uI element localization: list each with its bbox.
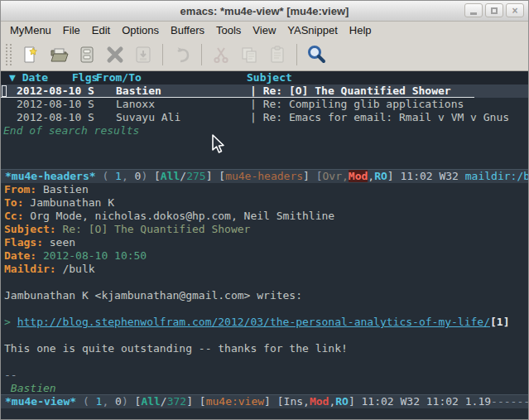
row-date: 2012-08-10 <box>17 84 81 98</box>
minimize-button[interactable] <box>464 3 483 17</box>
field-date: Date: 2012-08-10 10:50 <box>4 249 528 263</box>
row-date: 2012-08-10 <box>17 111 81 124</box>
maildir-value: /bulk <box>62 263 94 275</box>
quoted-link-line: > http://blog.stephenwolfram.com/2012/03… <box>4 316 528 329</box>
menu-buffers[interactable]: Buffers <box>165 23 210 37</box>
search-icon <box>305 44 327 65</box>
row-flags: S <box>88 98 94 111</box>
row-from: Suvayu Ali <box>116 111 180 124</box>
field-flags: Flags: seen <box>4 236 528 249</box>
row-subject: | Re: [O] The Quantified Shower <box>250 84 451 98</box>
headers-mode-line: *mu4e-headers* ( 1, 0) [All/275] [mu4e-h… <box>1 169 528 183</box>
menu-tools[interactable]: Tools <box>210 23 247 37</box>
column-subject[interactable]: Subject <box>247 71 292 84</box>
body-link[interactable]: http://blog.stephenwolfram.com/2012/03/t… <box>17 316 490 328</box>
fringe-cursor-icon <box>2 85 7 97</box>
menu-help[interactable]: Help <box>344 23 378 37</box>
message-row[interactable]: 2012-08-10 S Suvayu Ali | Re: Emacs for … <box>1 111 528 124</box>
flags-value: seen <box>50 236 75 249</box>
column-flags[interactable]: Flgs <box>72 71 98 84</box>
headers-column-header: ▼ Date Flgs From/To Subject <box>1 71 528 84</box>
row-date: 2012-08-10 <box>17 98 81 111</box>
body-comment-line: This one is quite outstanding -- thanks … <box>4 342 528 355</box>
column-from[interactable]: From/To <box>96 71 142 84</box>
quote-prefix: > <box>4 316 17 328</box>
menu-edit[interactable]: Edit <box>86 23 116 37</box>
window-title: emacs: *mu4e-view* [mu4e:view] <box>1 5 528 17</box>
date-value: 2012-08-10 10:50 <box>43 249 147 262</box>
maildir-indicator: maildir:/bulk <box>465 170 528 182</box>
copy-icon <box>239 45 259 65</box>
menu-bar: MyMenu File Edit Options Buffers Tools V… <box>1 22 528 38</box>
readonly-flag: RO <box>374 170 387 182</box>
copy-button[interactable] <box>235 41 263 68</box>
menu-view[interactable]: View <box>247 23 281 37</box>
column-date[interactable]: ▼ Date <box>9 71 48 84</box>
window-controls: × <box>464 3 524 17</box>
toolbar-separator <box>162 44 163 65</box>
maximize-icon <box>491 7 498 14</box>
end-of-results-message: End of search results <box>1 124 528 138</box>
subject-value: Re: [O] The Quantified Shower <box>62 223 250 235</box>
close-x-icon <box>105 45 125 65</box>
major-mode: mu4e-headers <box>225 170 303 182</box>
message-row[interactable]: 2012-08-10 S Lanoxx | Re: Compiling glib… <box>1 98 528 111</box>
field-cc: Cc: Org Mode, nicholas.dokos@hp.com, Nei… <box>4 210 528 223</box>
title-bar: emacs: *mu4e-view* [mu4e:view] × <box>1 1 528 22</box>
search-button[interactable] <box>302 41 330 68</box>
new-file-icon <box>21 45 41 65</box>
menu-file[interactable]: File <box>57 23 86 37</box>
field-maildir: Maildir: /bulk <box>4 263 528 276</box>
clock: 11:02 W32 11:02 1.19 <box>362 395 492 408</box>
buffer-name: *mu4e-headers* <box>5 170 96 182</box>
field-from: From: Bastien <box>4 183 528 196</box>
menu-yasnippet[interactable]: YASnippet <box>281 23 343 37</box>
close-icon: × <box>512 6 517 16</box>
row-flags: S <box>88 84 94 98</box>
view-mode-line: *mu4e-view* ( 1, 0) [All/372] [mu4e:view… <box>1 394 528 408</box>
readonly-flag: RO <box>335 395 349 408</box>
close-button[interactable]: × <box>506 3 524 17</box>
from-value: Bastien <box>43 183 89 196</box>
minimize-icon <box>470 12 477 15</box>
minibuffer[interactable] <box>1 408 528 420</box>
maximize-button[interactable] <box>485 3 503 17</box>
save-as-button[interactable] <box>129 41 157 68</box>
signature-separator: -- <box>4 369 528 382</box>
emacs-window: emacs: *mu4e-view* [mu4e:view] × MyMenu … <box>0 0 529 420</box>
field-to: To: Jambunathan K <box>4 196 528 210</box>
row-from: Bastien <box>116 84 161 98</box>
mu4e-headers-window: ▼ Date Flgs From/To Subject 2012-08-10 S… <box>1 71 528 169</box>
menu-mymenu[interactable]: MyMenu <box>4 23 57 37</box>
save-button[interactable] <box>73 41 101 68</box>
new-file-button[interactable] <box>17 41 45 68</box>
row-subject: | Re: Compiling glib applications <box>250 98 464 111</box>
toolbar-separator <box>201 44 202 65</box>
row-flags: S <box>88 111 94 124</box>
modified-flag: Mod <box>349 170 368 182</box>
footnote-ref: [1] <box>490 316 509 328</box>
paste-button[interactable] <box>263 41 291 68</box>
save-drawer-icon <box>77 45 97 65</box>
row-subject: | Re: Emacs for email: Rmail v VM v Gnus <box>250 111 509 124</box>
toolbar-grip[interactable] <box>6 44 12 65</box>
cut-button[interactable] <box>207 41 235 68</box>
signature: Bastien <box>4 382 528 394</box>
clock: 11:02 W32 <box>400 170 464 182</box>
tool-bar <box>1 38 528 71</box>
save-as-icon <box>133 45 153 65</box>
mu4e-view-window: From: Bastien To: Jambunathan K Cc: Org … <box>1 183 528 394</box>
major-mode: mu4e:view <box>206 395 264 408</box>
to-value: Jambunathan K <box>30 196 114 209</box>
cc-value: Org Mode, nicholas.dokos@hp.com, Neil Sm… <box>30 210 334 222</box>
field-subject: Subject: Re: [O] The Quantified Shower <box>4 223 528 236</box>
close-buffer-button[interactable] <box>101 41 129 68</box>
menu-options[interactable]: Options <box>116 23 165 37</box>
open-file-button[interactable] <box>45 41 73 68</box>
undo-button[interactable] <box>168 41 196 68</box>
toolbar-separator <box>296 44 297 65</box>
modified-flag: Mod <box>310 395 329 408</box>
cut-scissors-icon <box>211 45 231 65</box>
message-row-selected[interactable]: 2012-08-10 S Bastien | Re: [O] The Quant… <box>1 84 528 98</box>
row-from: Lanoxx <box>116 98 155 111</box>
